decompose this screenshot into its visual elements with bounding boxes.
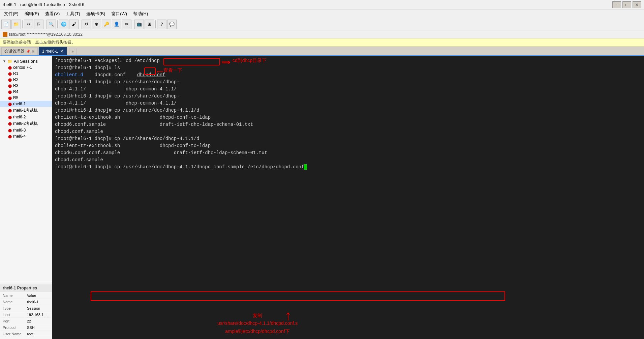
session-manager-label: 会话管理器 xyxy=(4,49,25,54)
toolbar-brush[interactable]: 🖌 xyxy=(69,20,79,29)
item-label: rhel6-2考试机 xyxy=(13,121,38,126)
sidebar-item-centos71[interactable]: ⬤ centos 7-1 xyxy=(0,64,52,70)
sidebar-item-r2[interactable]: ⬤ R2 xyxy=(0,77,52,83)
folder-icon: 📁 xyxy=(7,59,12,64)
toolbar-user[interactable]: 👤 xyxy=(112,20,121,29)
prop-name: Host xyxy=(1,312,24,318)
minimize-button[interactable]: ─ xyxy=(612,1,621,8)
sidebar-item-rhel61[interactable]: ⬤ rhel6-1 xyxy=(0,101,52,107)
prop-name-col: Name xyxy=(1,293,24,299)
toolbar-key[interactable]: 🔑 xyxy=(102,20,111,29)
menu-file[interactable]: 文件(F) xyxy=(1,10,21,18)
server-icon: ⬤ xyxy=(8,135,12,138)
property-row: Name Value xyxy=(1,293,51,299)
toolbar-cut[interactable]: ✂ xyxy=(24,20,33,29)
item-label: rhel6-2 xyxy=(13,115,26,119)
toolbar-sep2 xyxy=(45,20,45,28)
server-icon: ⬤ xyxy=(8,115,12,119)
notice-bar: 要添加当前会话，点击左侧的箭头按钮。 xyxy=(0,38,644,47)
maximize-button[interactable]: □ xyxy=(622,1,631,8)
pin-icon: 📌 xyxy=(26,50,30,53)
properties-panel: rhel6-1 Properties Name Value Name rhel6… xyxy=(0,283,52,339)
toolbar-pencil[interactable]: ✏ xyxy=(122,20,131,29)
menu-view[interactable]: 查看(V) xyxy=(42,10,62,18)
property-row: User Name root xyxy=(1,331,51,337)
toolbar-open[interactable]: 📁 xyxy=(11,20,21,29)
toolbar-split[interactable]: ⊞ xyxy=(145,20,154,29)
item-label: R2 xyxy=(13,77,18,82)
item-label: rhel6-1考试机 xyxy=(13,108,38,113)
prop-name: User Name xyxy=(1,331,24,337)
prop-name: Name xyxy=(1,299,24,305)
sidebar-item-rhel62[interactable]: ⬤ rhel6-2 xyxy=(0,114,52,120)
item-label: R3 xyxy=(13,83,18,88)
menu-tabs[interactable]: 选项卡(B) xyxy=(84,10,108,18)
toolbar-copy[interactable]: ⎘ xyxy=(34,20,43,29)
property-row: Name rhel6-1 xyxy=(1,299,51,305)
toolbar-chat[interactable]: 💬 xyxy=(167,20,177,29)
item-label: R5 xyxy=(13,95,18,100)
active-tab[interactable]: 1 rhel6-1 ✕ xyxy=(38,47,67,55)
item-label: rhel6-1 xyxy=(13,102,26,106)
terminal-content[interactable]: [root@rhel6-1 Packages]# cd /etc/dhcp [r… xyxy=(52,56,644,339)
all-sessions-header[interactable]: ▼ 📁 All Sessions xyxy=(0,58,52,64)
property-row: Protocol SSH xyxy=(1,325,51,331)
tab-bar: 会话管理器 📌 ✕ 1 rhel6-1 ✕ + xyxy=(0,47,644,56)
sidebar-item-rhel63[interactable]: ⬤ rhel6-3 xyxy=(0,127,52,133)
sidebar-item-r3[interactable]: ⬤ R3 xyxy=(0,83,52,89)
session-manager-tab[interactable]: 会话管理器 📌 ✕ xyxy=(1,47,38,55)
toolbar-sep5 xyxy=(133,20,133,28)
session-manager-close[interactable]: ✕ xyxy=(31,49,35,54)
properties-table: Name Value Name rhel6-1 Type Session Hos… xyxy=(0,292,52,338)
menu-help[interactable]: 帮助(H) xyxy=(130,10,151,18)
prop-value: Session xyxy=(25,306,51,311)
server-icon: ⬤ xyxy=(8,72,12,76)
server-icon: ⬤ xyxy=(8,129,12,132)
menu-edit[interactable]: 编辑(E) xyxy=(22,10,42,18)
toolbar-sep6 xyxy=(155,20,156,28)
close-button[interactable]: ✕ xyxy=(633,1,641,8)
sidebar-item-r1[interactable]: ⬤ R1 xyxy=(0,70,52,77)
sidebar-item-rhel61-exam[interactable]: ⬤ rhel6-1考试机 xyxy=(0,107,52,114)
toolbar-sep1 xyxy=(22,20,23,28)
menu-tools[interactable]: 工具(T) xyxy=(63,10,83,18)
toolbar-help[interactable]: ? xyxy=(157,20,166,29)
toolbar-map[interactable]: ⊕ xyxy=(92,20,101,29)
terminal-area[interactable]: [root@rhel6-1 Packages]# cd /etc/dhcp [r… xyxy=(52,56,644,339)
toolbar-search[interactable]: 🔍 xyxy=(47,20,56,29)
property-row: Port 22 xyxy=(1,318,51,324)
sidebar: ▼ 📁 All Sessions ⬤ centos 7-1 ⬤ R1 ⬤ R2 xyxy=(0,56,52,339)
sidebar-item-r4[interactable]: ⬤ R4 xyxy=(0,89,52,95)
item-label: R1 xyxy=(13,71,18,76)
toolbar-new[interactable]: 📄 xyxy=(1,20,11,29)
toolbar-sep3 xyxy=(57,20,58,28)
toolbar-refresh[interactable]: ↺ xyxy=(82,20,91,29)
toolbar-connect[interactable]: 🌐 xyxy=(59,20,68,29)
active-tab-close[interactable]: ✕ xyxy=(60,49,63,54)
item-label: rhel6-3 xyxy=(13,128,26,133)
toolbar-sep4 xyxy=(80,20,80,28)
sidebar-item-rhel64[interactable]: ⬤ rhel6-4 xyxy=(0,133,52,139)
prop-value: SSH xyxy=(25,325,51,331)
menu-window[interactable]: 窗口(W) xyxy=(109,10,130,18)
add-tab-button[interactable]: + xyxy=(69,48,76,55)
item-label: rhel6-4 xyxy=(13,134,26,139)
server-icon: ⬤ xyxy=(8,96,12,100)
sidebar-item-r5[interactable]: ⬤ R5 xyxy=(0,95,52,101)
prop-value: rhel6-1 xyxy=(25,299,51,305)
item-label: centos 7-1 xyxy=(13,65,32,70)
server-icon: ⬤ xyxy=(8,90,12,94)
main-layout: ▼ 📁 All Sessions ⬤ centos 7-1 ⬤ R1 ⬤ R2 xyxy=(0,56,644,339)
tree-group-all: ▼ 📁 All Sessions ⬤ centos 7-1 ⬤ R1 ⬤ R2 xyxy=(0,57,52,140)
server-icon: ⬤ xyxy=(8,122,12,125)
ssh-icon xyxy=(3,32,7,37)
prop-value: root xyxy=(25,331,51,337)
prop-name: Port xyxy=(1,318,24,324)
session-tree: ▼ 📁 All Sessions ⬤ centos 7-1 ⬤ R1 ⬤ R2 xyxy=(0,56,52,283)
sidebar-item-rhel62-exam[interactable]: ⬤ rhel6-2考试机 xyxy=(0,120,52,127)
toolbar-monitor[interactable]: 📺 xyxy=(134,20,144,29)
server-icon: ⬤ xyxy=(8,78,12,82)
menu-bar: 文件(F) 编辑(E) 查看(V) 工具(T) 选项卡(B) 窗口(W) 帮助(… xyxy=(0,9,644,18)
item-label: R4 xyxy=(13,89,18,94)
prop-name: Protocol xyxy=(1,325,24,331)
